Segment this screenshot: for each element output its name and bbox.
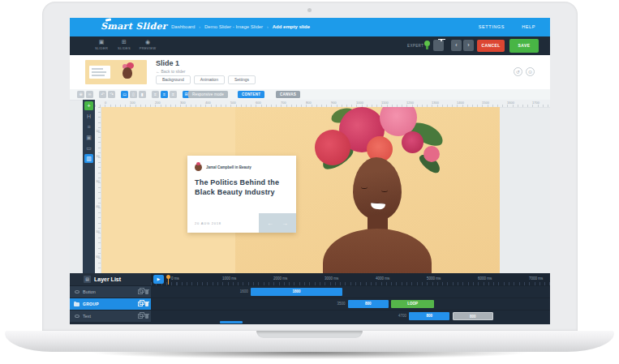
thumb-card: [89, 66, 110, 79]
redo-icon[interactable]: ↷: [108, 91, 115, 98]
timeline-row: 16001800Button: [70, 285, 550, 298]
slide-canvas[interactable]: Jamal Campbell in Beauty The Politics Be…: [101, 107, 500, 273]
in-animation-bar[interactable]: 800: [409, 312, 449, 320]
timeline-track[interactable]: 3500800LOOP: [151, 298, 550, 310]
breadcrumb: Dashboard › Demo Slider - Image Slider ›…: [171, 24, 310, 29]
h-ruler-label: 1600: [507, 101, 514, 105]
next-arrow-icon[interactable]: →: [282, 220, 288, 227]
slider-icon: ▣: [91, 38, 112, 46]
tab-settings[interactable]: Settings: [228, 75, 256, 84]
undo-button[interactable]: ‹: [451, 40, 462, 51]
help-link[interactable]: HELP: [522, 24, 535, 29]
timeline-track[interactable]: 4700800800: [151, 310, 550, 322]
image-layer-icon[interactable]: ▣: [84, 133, 93, 142]
breadcrumb-dashboard[interactable]: Dashboard: [171, 24, 195, 29]
expert-label: EXPERT: [407, 44, 423, 48]
align-left-icon[interactable]: ≡: [152, 91, 159, 98]
folder-icon[interactable]: [74, 302, 80, 306]
undo-icon[interactable]: ↶: [99, 91, 106, 98]
layer-label: GROUP: [83, 302, 99, 306]
slide-title: Slide 1: [156, 59, 179, 67]
link-icon[interactable]: ∞: [86, 91, 93, 98]
content-button[interactable]: CONTENT: [238, 91, 264, 98]
tab-animation[interactable]: Animation: [194, 75, 225, 84]
h-ruler-label: 700: [281, 101, 286, 105]
timeline-ms-label: 1000 ms: [222, 276, 236, 280]
duplicate-icon[interactable]: [138, 314, 143, 319]
flower-shape: [315, 130, 350, 165]
canvas-button[interactable]: CANVAS: [276, 91, 300, 98]
tab-background[interactable]: Background: [156, 75, 191, 84]
desktop-icon[interactable]: ▭: [121, 91, 128, 98]
thumb-text-line: [92, 68, 103, 70]
timeline-scrollbar[interactable]: [220, 321, 243, 323]
layer-window-icon[interactable]: ▤: [84, 276, 91, 283]
loop-animation-bar[interactable]: LOOP: [391, 300, 435, 308]
v-ruler-label: 100: [96, 130, 101, 133]
align-center-icon[interactable]: ≡: [161, 91, 168, 98]
cancel-button[interactable]: CANCEL: [477, 40, 505, 52]
card-date: 20 AUG 2018: [195, 221, 221, 225]
play-button[interactable]: ▶: [153, 275, 164, 284]
app-logo[interactable]: Smart Slider: [101, 21, 167, 32]
delay-label: 4700: [384, 310, 406, 322]
prev-arrow-icon[interactable]: ←: [267, 220, 273, 227]
tablet-icon[interactable]: ▯: [130, 91, 137, 98]
v-ruler-label: 600: [96, 255, 101, 259]
slides-button[interactable]: ⊞ SLIDES: [114, 38, 135, 54]
eye-right: [381, 188, 388, 192]
align-right-icon[interactable]: ≡: [170, 91, 177, 98]
delay-label: 1600: [226, 286, 248, 298]
breadcrumb-separator-icon: ›: [267, 24, 269, 29]
preview-button[interactable]: ◉ PREVIEW: [137, 38, 158, 54]
timeline-panel: 0 ms1000 ms2000 ms3000 ms4000 ms5000 ms6…: [70, 273, 550, 324]
device-and-edit-buttons: ⊕∞↶↷▭▯▮≡≡≡⊞: [77, 91, 190, 98]
in-animation-bar[interactable]: 800: [348, 300, 389, 308]
zoom-icon[interactable]: ⊕: [77, 91, 84, 98]
out-animation-bar[interactable]: 800: [453, 312, 493, 320]
undo-circle-icon[interactable]: ↺: [514, 67, 522, 76]
in-animation-bar[interactable]: 1800: [251, 288, 342, 296]
duplicate-icon[interactable]: [138, 289, 143, 294]
layer-item-text[interactable]: Text: [70, 310, 151, 322]
eye-icon[interactable]: [75, 315, 80, 318]
eye-icon[interactable]: [75, 290, 80, 293]
content-card-layer[interactable]: Jamal Campbell in Beauty The Politics Be…: [187, 156, 296, 233]
trash-icon[interactable]: [145, 302, 148, 306]
trash-icon[interactable]: [145, 290, 148, 294]
timeline-track[interactable]: 16001800: [151, 286, 550, 298]
slider-button[interactable]: ▣ SLIDER: [91, 38, 112, 54]
h-ruler-label: 100: [130, 101, 135, 105]
breadcrumb-slider[interactable]: Demo Slider - Image Slider: [204, 24, 263, 29]
expert-toggle-bulb-icon[interactable]: [424, 41, 430, 46]
trash-icon[interactable]: [145, 315, 148, 319]
v-ruler-label: 200: [96, 155, 101, 158]
timeline-row: 3500800LOOPGROUP: [70, 298, 550, 310]
add-layer-button[interactable]: +: [84, 101, 93, 110]
layer-item-button[interactable]: Button: [70, 286, 151, 298]
target-circle-icon[interactable]: ⊙: [526, 67, 535, 76]
text-layer-icon[interactable]: ≡: [84, 122, 93, 131]
mobile-icon[interactable]: ▮: [139, 91, 146, 98]
button-layer-icon[interactable]: ▭: [84, 143, 93, 152]
responsive-mode-button[interactable]: Responsive mode: [188, 91, 228, 98]
save-button[interactable]: SAVE: [509, 39, 539, 53]
redo-button[interactable]: ›: [463, 40, 474, 51]
timeline-ms-label: 7000 ms: [529, 276, 543, 280]
layers-icon[interactable]: ▥: [84, 154, 93, 163]
slide-thumbnail[interactable]: [85, 60, 147, 84]
heading-layer-icon[interactable]: H: [84, 112, 93, 121]
h-ruler-label: 1400: [457, 101, 464, 105]
back-to-slider-link[interactable]: ← Back to slider: [156, 69, 185, 74]
layer-item-group[interactable]: GROUP: [70, 298, 151, 310]
notifications-button[interactable]: [433, 40, 444, 51]
duplicate-icon[interactable]: [138, 302, 143, 306]
breadcrumb-add-slide[interactable]: Add empty slide: [273, 24, 310, 29]
h-ruler-label: 900: [331, 101, 337, 105]
playhead-marker[interactable]: [166, 275, 170, 279]
timeline-ruler[interactable]: 0 ms1000 ms2000 ms3000 ms4000 ms5000 ms6…: [151, 273, 550, 285]
settings-link[interactable]: SETTINGS: [479, 24, 505, 29]
card-heading[interactable]: The Politics Behind the Black Beauty Ind…: [195, 178, 279, 197]
delay-label: 3500: [323, 298, 346, 310]
timeline-row: 4700800800Text: [70, 310, 550, 322]
